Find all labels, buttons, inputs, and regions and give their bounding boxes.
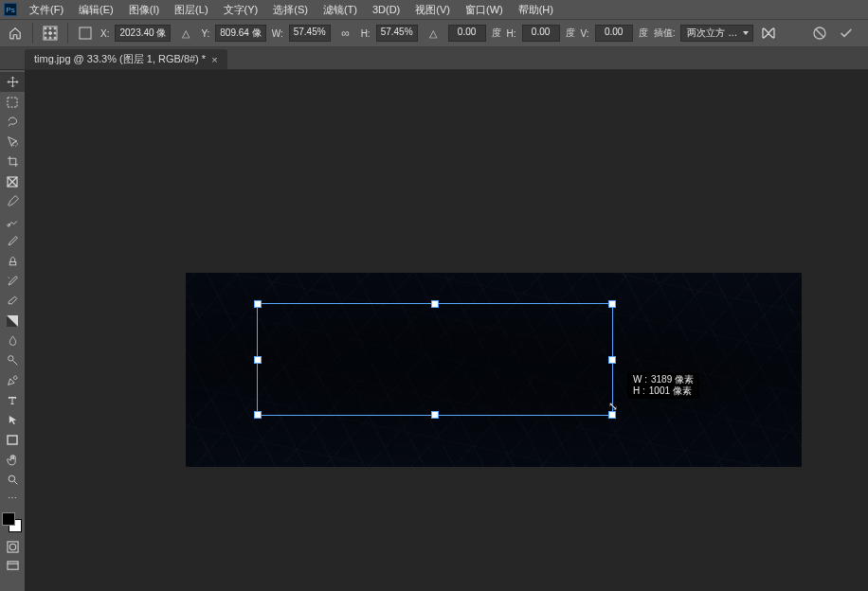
eyedropper-tool[interactable] <box>0 191 25 211</box>
interpolation-select[interactable]: 两次立方 … <box>680 25 753 42</box>
lasso-tool[interactable] <box>0 112 25 132</box>
gradient-tool[interactable] <box>0 311 25 331</box>
quick-mask-icon[interactable] <box>0 537 25 556</box>
reference-point-icon[interactable] <box>41 24 60 43</box>
handle-bl[interactable] <box>254 411 262 419</box>
svg-rect-13 <box>8 98 17 107</box>
marquee-tool[interactable] <box>0 92 25 112</box>
h-label: H: <box>361 28 371 39</box>
rectangle-tool[interactable] <box>0 430 25 450</box>
tool-palette: ⋯ <box>0 70 25 575</box>
svg-point-22 <box>8 356 12 361</box>
interpolation-value: 两次立方 … <box>687 27 737 40</box>
svg-rect-18 <box>7 224 9 226</box>
screen-mode-icon[interactable] <box>0 556 25 575</box>
skew-h-input[interactable]: 0.00 <box>522 25 560 42</box>
dimension-tooltip: W :3189 像素 H :1001 像素 <box>627 372 699 399</box>
skew-h-label: H: <box>507 28 516 39</box>
angle-input[interactable]: 0.00 <box>448 25 486 42</box>
svg-rect-26 <box>7 541 17 551</box>
menu-edit[interactable]: 编辑(E) <box>72 1 120 19</box>
handle-tl[interactable] <box>254 300 262 308</box>
menu-type[interactable]: 文字(Y) <box>217 1 265 19</box>
path-select-tool[interactable] <box>0 410 25 430</box>
options-bar: X: 2023.40 像 △ Y: 809.64 像 W: 57.45% ∞ H… <box>0 19 868 47</box>
handle-ml[interactable] <box>254 356 262 364</box>
home-icon[interactable] <box>6 24 25 43</box>
close-tab-icon[interactable]: × <box>211 54 217 65</box>
svg-point-2 <box>49 27 51 29</box>
w-input[interactable]: 57.45% <box>289 25 331 42</box>
pen-tool[interactable] <box>0 370 25 390</box>
x-label: X: <box>100 28 109 39</box>
document-tab[interactable]: timg.jpg @ 33.3% (图层 1, RGB/8#) * × <box>25 49 227 69</box>
clone-stamp-tool[interactable] <box>0 251 25 271</box>
skew-h-unit: 度 <box>566 27 575 40</box>
svg-point-7 <box>45 37 46 39</box>
angle-unit: 度 <box>492 27 501 40</box>
menu-bar: Ps 文件(F) 编辑(E) 图像(I) 图层(L) 文字(Y) 选择(S) 滤… <box>0 0 868 19</box>
zoom-tool[interactable] <box>0 470 25 490</box>
history-brush-tool[interactable] <box>0 271 25 291</box>
brush-tool[interactable] <box>0 231 25 251</box>
document-tab-bar: timg.jpg @ 33.3% (图层 1, RGB/8#) * × <box>0 47 868 70</box>
xy-delta-icon[interactable]: △ <box>176 24 195 43</box>
color-swatches[interactable] <box>0 510 25 537</box>
tooltip-w-value: 3189 像素 <box>651 374 694 385</box>
y-label: Y: <box>201 28 209 39</box>
type-tool[interactable] <box>0 390 25 410</box>
move-tool[interactable] <box>0 72 25 92</box>
svg-point-5 <box>49 32 52 35</box>
more-tools-icon[interactable]: ⋯ <box>0 490 25 505</box>
menu-select[interactable]: 选择(S) <box>266 1 315 19</box>
svg-point-3 <box>54 27 56 29</box>
tooltip-h-label: H : <box>633 385 645 397</box>
menu-file[interactable]: 文件(F) <box>23 1 70 19</box>
angle-icon: △ <box>424 24 443 43</box>
svg-rect-10 <box>80 27 91 39</box>
warp-icon[interactable] <box>759 24 778 43</box>
canvas-area[interactable]: ⤡ W :3189 像素 H :1001 像素 <box>25 70 868 591</box>
dodge-tool[interactable] <box>0 350 25 370</box>
cancel-transform-icon[interactable] <box>811 25 828 42</box>
blur-tool[interactable] <box>0 331 25 350</box>
relative-pos-icon[interactable] <box>76 24 95 43</box>
x-input[interactable]: 2023.40 像 <box>115 25 171 42</box>
handle-tr[interactable] <box>608 300 616 308</box>
svg-point-8 <box>49 37 51 39</box>
svg-point-6 <box>54 32 56 34</box>
handle-bm[interactable] <box>431 411 439 419</box>
handle-tm[interactable] <box>431 300 439 308</box>
y-input[interactable]: 809.64 像 <box>215 25 265 42</box>
menu-view[interactable]: 视图(V) <box>408 1 457 19</box>
w-label: W: <box>272 28 283 39</box>
crop-tool[interactable] <box>0 152 25 171</box>
foreground-color-swatch[interactable] <box>2 512 15 526</box>
menu-window[interactable]: 窗口(W) <box>459 1 510 19</box>
svg-point-24 <box>9 475 15 482</box>
menu-3d[interactable]: 3D(D) <box>366 2 407 17</box>
menu-image[interactable]: 图像(I) <box>122 1 166 19</box>
h-input[interactable]: 57.45% <box>376 25 418 42</box>
healing-brush-tool[interactable] <box>0 211 25 231</box>
handle-mr[interactable] <box>608 356 616 364</box>
frame-tool[interactable] <box>0 171 25 191</box>
skew-v-label: V: <box>581 28 589 39</box>
menu-layer[interactable]: 图层(L) <box>168 1 214 19</box>
menu-help[interactable]: 帮助(H) <box>512 1 560 19</box>
svg-line-12 <box>816 29 823 37</box>
document-tab-title: timg.jpg @ 33.3% (图层 1, RGB/8#) * <box>34 52 206 66</box>
tooltip-w-label: W : <box>633 374 647 385</box>
svg-point-9 <box>54 37 56 39</box>
menu-filter[interactable]: 滤镜(T) <box>316 1 364 19</box>
svg-line-25 <box>14 481 17 484</box>
link-wh-icon[interactable]: ∞ <box>336 24 355 43</box>
commit-transform-icon[interactable] <box>838 25 855 42</box>
hand-tool[interactable] <box>0 450 25 470</box>
handle-br[interactable] <box>608 411 616 419</box>
transform-bounding-box[interactable] <box>257 303 613 416</box>
skew-v-input[interactable]: 0.00 <box>595 25 633 42</box>
svg-rect-19 <box>9 262 16 265</box>
quick-select-tool[interactable] <box>0 132 25 152</box>
eraser-tool[interactable] <box>0 291 25 311</box>
